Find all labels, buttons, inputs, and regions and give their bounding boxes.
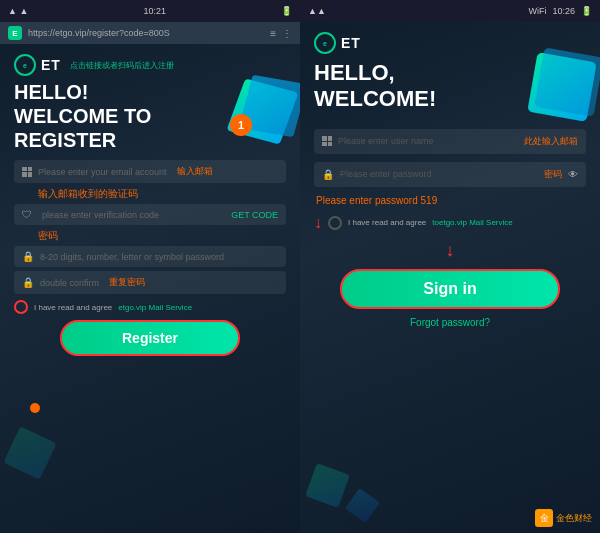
agree-text-left: I have read and agree (34, 303, 112, 312)
logo-circle-right: e (314, 32, 336, 54)
agree-link-right[interactable]: toetgo.vip Mail Service (432, 218, 512, 227)
orange-dot-1 (30, 403, 40, 413)
email-placeholder: Please enter your email account (38, 167, 167, 177)
password-hint-right: 密码 (544, 168, 562, 181)
url-text: https://etgo.vip/register?code=800S (28, 28, 264, 38)
wifi-icon: WiFi (528, 6, 546, 16)
time-left: 10:21 (143, 6, 166, 16)
form-right: Please enter user name 此处输入邮箱 🔒 Please e… (314, 129, 586, 232)
lock-icon-confirm: 🔒 (22, 277, 34, 288)
username-row[interactable]: Please enter user name 此处输入邮箱 (314, 129, 586, 154)
grid-icon-email (22, 167, 32, 177)
battery-left: 🔋 (281, 6, 292, 16)
right-content: e ET HELLO, WELCOME! Please enter user n… (300, 22, 600, 533)
register-button[interactable]: Register (60, 320, 240, 356)
eye-icon[interactable]: 👁 (568, 169, 578, 180)
password-row-left[interactable]: 🔒 8-20 digits, number, letter or symbol … (14, 246, 286, 267)
lock-icon-right: 🔒 (322, 169, 334, 180)
password-annotation-left: 密码 (38, 229, 286, 243)
bottom-cube-left2 (350, 493, 375, 518)
agree-text-right: I have read and agree (348, 218, 426, 227)
left-content: e ET 点击链接或者扫码后进入注册 HELLO! WELCOME TO REG… (0, 44, 300, 533)
watermark-icon: 金 (535, 509, 553, 527)
cube-shape-right (527, 52, 597, 122)
brand-name-right: ET (341, 35, 361, 51)
confirm-password-row[interactable]: 🔒 double confirm 重复密码 (14, 271, 286, 294)
watermark-text: 金色财经 (556, 512, 592, 525)
watermark: 金 金色财经 (535, 509, 592, 527)
cube-decoration-left: 1 (235, 84, 290, 139)
signal-left: ▲ ▲ (8, 6, 28, 16)
status-bar-left: ▲ ▲ 10:21 🔋 (0, 0, 300, 22)
get-code-button[interactable]: GET CODE (231, 210, 278, 220)
cube-decoration-right (532, 57, 592, 117)
email-row[interactable]: Please enter your email account 输入邮箱 (14, 160, 286, 183)
logo-circle-left: e (14, 54, 36, 76)
confirm-hint: 重复密码 (109, 276, 145, 289)
verification-placeholder: please enter verification code (42, 210, 159, 220)
logo-row-left: e ET 点击链接或者扫码后进入注册 (14, 54, 286, 76)
right-panel: ▲▲ WiFi 10:26 🔋 e ET HELLO, WELCOME! (300, 0, 600, 533)
favicon-icon: E (8, 26, 22, 40)
agree-row-right: ↓ I have read and agree toetgo.vip Mail … (314, 214, 586, 232)
status-bar-right: ▲▲ WiFi 10:26 🔋 (300, 0, 600, 22)
agree-checkbox-left[interactable] (14, 300, 28, 314)
form-left: Please enter your email account 输入邮箱 输入邮… (14, 160, 286, 314)
agree-row-left: I have read and agree etgo.vip Mail Serv… (14, 300, 286, 314)
password-placeholder-left: 8-20 digits, number, letter or symbol pa… (40, 252, 224, 262)
username-placeholder: Please enter user name (338, 136, 518, 146)
password-row-right[interactable]: 🔒 Please enter password 密码 👁 (314, 162, 586, 187)
shield-icon: 🛡 (22, 209, 36, 220)
forgot-password-link[interactable]: Forgot password? (314, 317, 586, 328)
step-circle: 1 (230, 114, 252, 136)
battery-right: 🔋 (581, 6, 592, 16)
hamburger-icon[interactable]: ≡ (270, 28, 276, 39)
brand-name-left: ET (41, 57, 61, 73)
confirm-placeholder: double confirm (40, 278, 99, 288)
time-right: 10:26 (552, 6, 575, 16)
bottom-cube-left (310, 468, 345, 503)
agree-link-left[interactable]: etgo.vip Mail Service (118, 303, 192, 312)
password-placeholder-right: Please enter password (340, 169, 538, 179)
email-hint: 输入邮箱 (177, 165, 213, 178)
lock-icon-left: 🔒 (22, 251, 34, 262)
signin-button[interactable]: Sign in (340, 269, 560, 309)
verification-row[interactable]: 🛡 please enter verification code GET COD… (14, 204, 286, 225)
register-link-text: 点击链接或者扫码后进入注册 (70, 60, 174, 71)
left-panel: ▲ ▲ 10:21 🔋 E https://etgo.vip/register?… (0, 0, 300, 533)
url-bar[interactable]: E https://etgo.vip/register?code=800S ≡ … (0, 22, 300, 44)
agree-checkbox-right[interactable] (328, 216, 342, 230)
down-arrow-signin: ↓ (446, 240, 455, 260)
verification-annotation: 输入邮箱收到的验证码 (38, 187, 286, 201)
password-annotation-519: Please enter password 519 (316, 195, 586, 206)
signal-right: ▲▲ (308, 6, 326, 16)
grid-icon-user (322, 136, 332, 146)
arrow-indicator-right: ↓ (314, 214, 322, 232)
arrow-signin: ↓ (314, 240, 586, 261)
username-hint: 此处输入邮箱 (524, 135, 578, 148)
more-icon[interactable]: ⋮ (282, 28, 292, 39)
